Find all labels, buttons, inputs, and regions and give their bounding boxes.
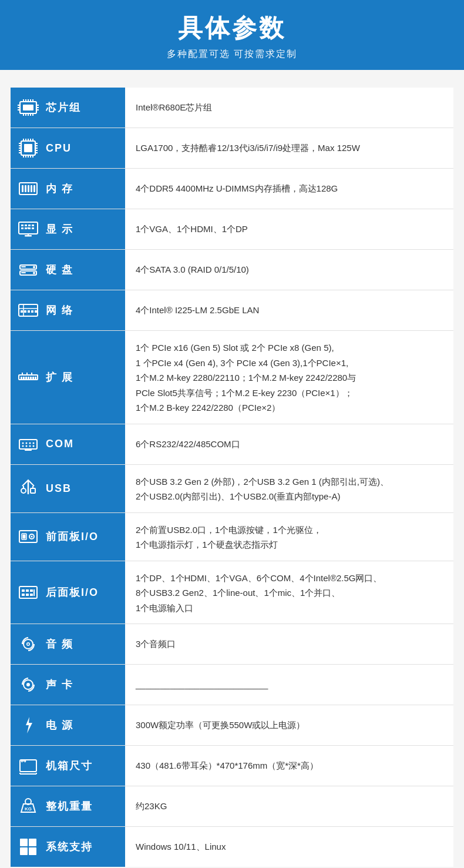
svg-rect-78: [32, 377, 34, 379]
svg-rect-106: [22, 594, 25, 596]
spec-label-front-io: 前面板I/O: [46, 529, 99, 544]
svg-rect-108: [30, 594, 33, 596]
svg-rect-76: [28, 377, 29, 379]
spec-label-usb: USB: [46, 482, 72, 495]
spec-label-com: COM: [46, 438, 74, 450]
memory-icon: [16, 177, 40, 200]
svg-point-114: [26, 683, 30, 686]
table-row: CPULGA1700，支持酷睿12/13代i3/i5/i7/i9处理器，Max …: [11, 128, 453, 169]
svg-point-91: [33, 445, 35, 447]
table-row: 扩 展1个 PCIe x16 (Gen 5) Slot 或 2个 PCIe x8…: [11, 331, 453, 424]
svg-point-112: [28, 644, 29, 645]
storage-icon: [16, 258, 40, 281]
spec-label-cell-front-io: 前面板I/O: [11, 512, 125, 561]
svg-point-90: [29, 445, 31, 447]
spec-label-cell-usb: USB: [11, 464, 125, 512]
svg-rect-53: [32, 224, 34, 226]
table-row: USB8个USB 3.2 Gen 2 (外部)，2个USB 3.2 Gen 1 …: [11, 464, 453, 512]
svg-rect-52: [28, 224, 31, 226]
spec-value-memory: 4个DDR5 4400MHz U-DIMMS内存插槽，高达128G: [125, 169, 453, 209]
spec-label-cell-os: 系统支持: [11, 827, 125, 867]
table-row: KG 整机重量约23KG: [11, 786, 453, 827]
spec-label-cell-dimensions: 机箱尺寸: [11, 746, 125, 786]
spec-content: 芯片组Intel®R680E芯片组 CPULGA1700，支持酷睿12/13代i…: [0, 70, 464, 868]
network-icon: [16, 299, 40, 322]
svg-point-86: [29, 442, 31, 444]
spec-label-cell-cpu: CPU: [11, 128, 125, 169]
table-row: COM6个RS232/422/485COM口: [11, 424, 453, 464]
display-icon: [16, 217, 40, 241]
table-row: 系统支持Windows 10/11、Linux: [11, 827, 453, 867]
svg-rect-56: [28, 227, 31, 229]
cpu-icon: [16, 136, 40, 160]
table-row: 后面板I/O1个DP、1个HDMI、1个VGA、6个COM、4个Intel®2.…: [11, 561, 453, 624]
svg-rect-42: [25, 185, 26, 192]
svg-text:KG: KG: [25, 806, 32, 812]
svg-rect-57: [32, 227, 34, 229]
svg-point-84: [22, 442, 24, 444]
svg-rect-77: [30, 377, 32, 379]
spec-label-expansion: 扩 展: [46, 370, 73, 384]
spec-label-cell-chipset: 芯片组: [11, 88, 125, 128]
spec-label-cell-storage: 硬 盘: [11, 250, 125, 290]
spec-label-network: 网 络: [46, 303, 73, 317]
svg-point-88: [22, 445, 24, 447]
svg-rect-41: [22, 185, 23, 192]
svg-rect-107: [26, 594, 29, 596]
spec-value-cpu: LGA1700，支持酷睿12/13代i3/i5/i7/i9处理器，Max 125…: [125, 128, 453, 169]
table-row: 电 源300W额定功率（可更换550W或以上电源）: [11, 705, 453, 746]
svg-rect-115: [20, 760, 36, 772]
table-row: 芯片组Intel®R680E芯片组: [11, 88, 453, 128]
table-row: 前面板I/O2个前置USB2.0口，1个电源按键，1个光驱位，1个电源指示灯，1…: [11, 512, 453, 561]
power-icon: [16, 713, 40, 737]
spec-value-os: Windows 10/11、Linux: [125, 827, 453, 867]
svg-rect-74: [23, 377, 25, 379]
front-io-icon: [16, 525, 40, 548]
svg-point-101: [31, 536, 33, 538]
svg-rect-50: [21, 224, 23, 226]
svg-rect-125: [29, 847, 36, 855]
svg-rect-73: [21, 377, 22, 379]
table-row: 机箱尺寸430（481.6带耳朵）*470*176mm（宽*深*高）: [11, 746, 453, 786]
spec-label-power: 电 源: [46, 718, 73, 732]
spec-value-audio: 3个音频口: [125, 624, 453, 665]
table-row: 硬 盘 4个SATA 3.0 (RAID 0/1/5/10): [11, 250, 453, 290]
spec-value-com: 6个RS232/422/485COM口: [125, 424, 453, 464]
svg-rect-45: [33, 185, 35, 192]
spec-label-os: 系统支持: [46, 840, 93, 854]
svg-rect-122: [20, 839, 28, 846]
spec-value-sound-card: ___________________________: [125, 665, 453, 705]
svg-rect-92: [25, 449, 32, 451]
spec-value-chipset: Intel®R680E芯片组: [125, 88, 453, 128]
svg-point-93: [21, 488, 26, 493]
spec-label-cell-expansion: 扩 展: [11, 331, 125, 424]
table-row: 网 络4个Intel® I225-LM 2.5GbE LAN: [11, 290, 453, 331]
spec-label-storage: 硬 盘: [46, 263, 73, 277]
svg-rect-124: [20, 847, 28, 855]
spec-table: 芯片组Intel®R680E芯片组 CPULGA1700，支持酷睿12/13代i…: [11, 88, 453, 867]
spec-label-cell-network: 网 络: [11, 290, 125, 331]
page-header: 具体参数 多种配置可选 可按需求定制: [0, 0, 464, 70]
dimensions-icon: [16, 754, 40, 777]
svg-rect-71: [35, 310, 37, 313]
svg-rect-79: [35, 377, 36, 379]
spec-value-rear-io: 1个DP、1个HDMI、1个VGA、6个COM、4个Intel®2.5G网口、8…: [125, 561, 453, 624]
svg-rect-103: [22, 589, 25, 592]
svg-rect-104: [26, 589, 29, 592]
spec-label-cell-sound-card: 声 卡: [11, 665, 125, 705]
spec-label-cell-com: COM: [11, 424, 125, 464]
svg-rect-75: [25, 377, 27, 379]
spec-value-weight: 约23KG: [125, 786, 453, 827]
spec-value-network: 4个Intel® I225-LM 2.5GbE LAN: [125, 290, 453, 331]
os-icon: [16, 835, 40, 859]
sound-card-icon: [16, 673, 40, 696]
spec-value-dimensions: 430（481.6带耳朵）*470*176mm（宽*深*高）: [125, 746, 453, 786]
expansion-icon: [16, 366, 40, 389]
table-row: 内 存4个DDR5 4400MHz U-DIMMS内存插槽，高达128G: [11, 169, 453, 209]
svg-rect-67: [21, 310, 23, 313]
spec-label-audio: 音 频: [46, 637, 73, 651]
com-icon: [16, 433, 40, 456]
svg-rect-51: [25, 224, 27, 226]
table-row: 音 频3个音频口: [11, 624, 453, 665]
svg-rect-19: [24, 144, 32, 152]
